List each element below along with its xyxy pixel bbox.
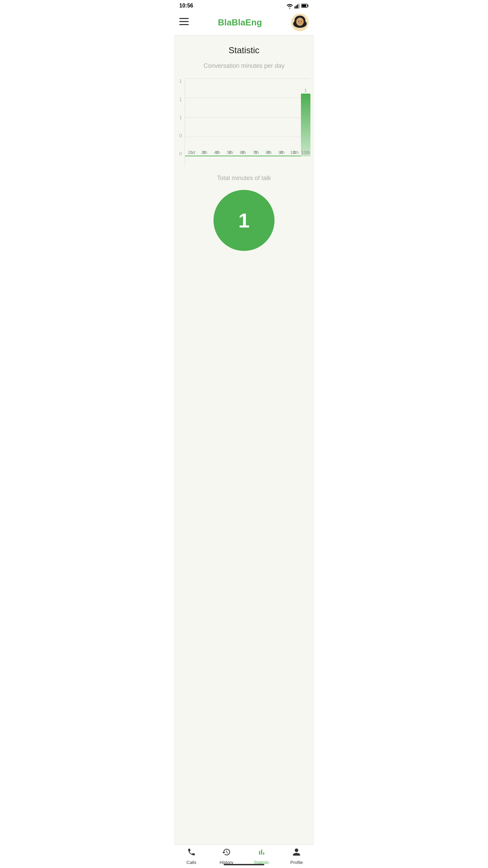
bar-underline-4th bbox=[211, 156, 224, 156]
page-title: Statistic bbox=[174, 36, 314, 62]
bar-underline-7th bbox=[249, 156, 262, 156]
bar-xlabel-4th: 4th bbox=[211, 150, 224, 155]
bar-xlabel-7th: 7th bbox=[249, 150, 262, 155]
bar-col-9th: 09th bbox=[275, 78, 288, 156]
bar-underline-8th bbox=[262, 156, 275, 156]
svg-rect-9 bbox=[179, 21, 189, 22]
bar-xlabel-8th: 8th bbox=[262, 150, 275, 155]
svg-rect-2 bbox=[296, 5, 297, 8]
bar-underline-6th bbox=[237, 156, 249, 156]
bar-xlabel-3th: 3th bbox=[198, 150, 211, 155]
bar-xlabel-10th: 10th bbox=[288, 150, 301, 155]
person-icon bbox=[292, 848, 301, 859]
status-bar: 10:56 bbox=[174, 0, 314, 11]
svg-rect-6 bbox=[308, 5, 309, 7]
status-time: 10:56 bbox=[179, 3, 193, 9]
phone-icon bbox=[187, 848, 196, 859]
header: BlaBlaEng bbox=[174, 11, 314, 36]
y-axis: 1 1 1 0 0 bbox=[179, 78, 185, 166]
bar-underline-5th bbox=[224, 156, 237, 156]
bars-section: 02nd03th04th05th06th07th08th09th010th111… bbox=[185, 78, 310, 166]
bar-col-10th: 010th bbox=[288, 78, 301, 156]
bar-value-11th: 1 bbox=[304, 88, 307, 93]
y-label-2: 1 bbox=[179, 97, 182, 102]
bar-xlabel-2nd: 2nd bbox=[185, 150, 198, 155]
bar-underline-3th bbox=[198, 156, 211, 156]
svg-rect-7 bbox=[302, 5, 306, 7]
wifi-icon bbox=[286, 3, 293, 8]
nav-item-profile[interactable]: Profile bbox=[279, 845, 314, 860]
y-label-4: 0 bbox=[179, 133, 182, 138]
chart-title: Conversation minutes per day bbox=[174, 62, 314, 70]
svg-point-16 bbox=[301, 21, 302, 22]
statistic-icon bbox=[257, 848, 266, 859]
bottom-nav: Calls History Statistic Profile bbox=[174, 844, 314, 860]
svg-point-15 bbox=[298, 21, 299, 22]
bar-col-7th: 07th bbox=[249, 78, 262, 156]
y-label-5: 0 bbox=[179, 151, 182, 156]
bar-underline-9th bbox=[275, 156, 288, 156]
hamburger-menu-button[interactable] bbox=[179, 18, 189, 27]
bar-xlabel-9th: 9th bbox=[275, 150, 288, 155]
bar-underline-2nd bbox=[185, 156, 198, 156]
bar-col-6th: 06th bbox=[237, 78, 249, 156]
svg-rect-4 bbox=[299, 3, 300, 8]
main-content: Statistic Conversation minutes per day 1… bbox=[174, 36, 314, 860]
svg-point-14 bbox=[296, 18, 304, 26]
total-circle: 1 bbox=[214, 190, 274, 251]
bar-xlabel-6th: 6th bbox=[237, 150, 249, 155]
status-icons bbox=[286, 3, 309, 8]
y-label-3: 1 bbox=[179, 115, 182, 120]
bar-underline-10th bbox=[288, 156, 301, 156]
battery-icon bbox=[301, 3, 309, 8]
bar-col-5th: 05th bbox=[224, 78, 237, 156]
bar-11th bbox=[301, 94, 310, 156]
avatar[interactable] bbox=[291, 14, 309, 31]
y-label-1: 1 bbox=[179, 78, 182, 84]
svg-point-0 bbox=[289, 8, 290, 9]
bar-col-8th: 08th bbox=[262, 78, 275, 156]
bar-col-2nd: 02nd bbox=[185, 78, 198, 156]
total-section: Total minutes of talk 1 bbox=[174, 175, 314, 251]
bar-chart: 1 1 1 0 0 bbox=[179, 75, 309, 166]
history-icon bbox=[222, 848, 231, 859]
bar-col-4th: 04th bbox=[211, 78, 224, 156]
total-number: 1 bbox=[238, 209, 249, 232]
total-label: Total minutes of talk bbox=[174, 175, 314, 182]
nav-item-calls[interactable]: Calls bbox=[174, 845, 209, 860]
bar-col-3th: 03th bbox=[198, 78, 211, 156]
svg-rect-3 bbox=[297, 4, 298, 8]
nav-item-statistic[interactable]: Statistic bbox=[244, 845, 279, 860]
bars-wrapper: 02nd03th04th05th06th07th08th09th010th111… bbox=[185, 78, 310, 166]
bar-xlabel-5th: 5th bbox=[224, 150, 237, 155]
nav-item-history[interactable]: History bbox=[209, 845, 244, 860]
bar-col-11th: 111th bbox=[301, 78, 310, 156]
svg-rect-8 bbox=[179, 18, 189, 19]
app-title: BlaBlaEng bbox=[218, 17, 262, 28]
signal-icon bbox=[294, 3, 300, 8]
bar-xlabel-11th: 11th bbox=[301, 150, 310, 155]
bars-row: 02nd03th04th05th06th07th08th09th010th111… bbox=[185, 78, 310, 166]
svg-rect-10 bbox=[179, 24, 189, 25]
svg-rect-1 bbox=[294, 6, 296, 8]
